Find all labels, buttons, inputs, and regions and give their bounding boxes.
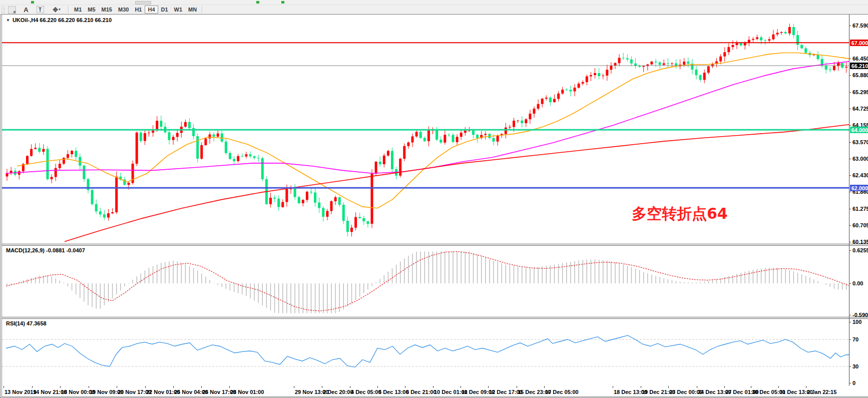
text-label-button[interactable]: A [20,6,32,14]
axis-tick [849,366,851,367]
timeframe-h4-button[interactable]: H4 [145,6,158,14]
date-tick [4,386,4,388]
date-tick [377,386,378,388]
date-tick [806,386,806,388]
axis-tick [849,225,851,226]
rsi-pane[interactable]: RSI(14) 47.3658 [2,319,849,386]
axis-tick [849,242,851,242]
window-top-strip [0,0,868,5]
date-label: 28 Nov 01:00 [230,389,264,395]
price-level-badge: 64.000 [850,127,868,133]
indicator-grid-button[interactable]: F [6,6,18,14]
axis-tick [849,250,851,251]
date-tick [60,386,61,388]
date-tick [668,386,669,388]
timeframe-h1-button[interactable]: H1 [132,6,145,14]
axis-tick [849,159,851,159]
axis-tick [849,322,851,322]
date-label: 4 Dec 05:00 [351,389,381,395]
toolbar-drag-handle[interactable] [1,6,5,13]
top-strip-indicator [281,1,284,4]
text-box-icon: T [37,6,44,13]
date-tick [145,386,146,388]
macd-label: MACD(12,26,9) -0.0881 -0.0407 [6,247,85,253]
axis-tick-label: 60.135 [852,239,868,245]
ma-mid-magenta-line [6,62,849,173]
axis-tick-label: 62.430 [852,172,868,178]
axis-tick-label: 65.295 [852,89,868,95]
price-axis-line [849,15,849,386]
timeframe-m30-button[interactable]: M30 [115,6,132,14]
date-tick [461,386,461,388]
axis-tick [849,315,851,315]
draw-arrows-button[interactable]: ✥ ▾ [48,6,65,14]
top-strip-indicator [256,1,259,4]
price-chart-pane[interactable]: ▼ UKOil-,H4 66.220 66.220 66.210 66.210 … [2,15,849,244]
date-tick [229,386,230,388]
text-a-icon: A [24,6,28,14]
price-level-badge: 62.000 [850,185,868,191]
price-level-badge: 67.000 [850,40,868,46]
date-tick [517,386,517,388]
timeframe-m1-button[interactable]: M1 [71,6,85,14]
date-tick [322,386,322,388]
date-label: 2 Jan 22:15 [807,389,836,395]
axis-tick-label: 70 [852,336,858,342]
symbol-dropdown-icon[interactable]: ▼ [6,18,10,23]
date-tick [350,386,350,388]
timeframe-m15-button[interactable]: M15 [99,6,115,14]
current-price-badge: 66.210 [850,63,868,69]
axis-tick-label: 63.000 [852,156,868,162]
date-tick [488,386,489,388]
chart-title-text: UKOil-,H4 66.220 66.220 66.210 66.210 [13,17,112,23]
rsi-line [6,335,849,367]
date-tick [641,386,641,388]
axis-tick-label: 100 [852,319,861,325]
chart-window: ▼ UKOil-,H4 66.220 66.220 66.210 66.210 … [0,14,868,398]
timeframe-mn-button[interactable]: MN [185,6,200,14]
top-strip-control [135,1,151,5]
date-tick [724,386,725,388]
axis-tick-label: 63.570 [852,139,868,145]
axis-tick [849,383,851,383]
rsi-label: RSI(14) 47.3658 [6,320,47,326]
date-axis[interactable]: 13 Nov 201914 Nov 21:0018 Nov 00:0019 No… [2,386,849,398]
timeframe-m5-button[interactable]: M5 [85,6,98,14]
axis-tick-label: 61.275 [852,206,868,212]
axis-tick-label: 0 [852,380,855,386]
date-tick [778,386,779,388]
chevron-down-icon: ▾ [59,8,61,12]
axis-tick [849,209,851,209]
date-tick [294,386,294,388]
date-label: 6 Dec 21:00 [406,389,437,395]
timeframe-d1-button[interactable]: D1 [158,6,171,14]
date-label: 5 Dec 13:00 [378,389,409,395]
axis-tick-label: 67.590 [852,23,868,29]
axis-tick [849,175,851,176]
date-tick [89,386,89,388]
axis-tick-label: 0.00 [852,280,863,286]
date-label: 17 Dec 05:00 [545,389,579,395]
axis-tick-label: 65.880 [852,72,868,78]
date-tick [613,386,613,388]
text-box-button[interactable]: T [34,6,46,14]
axis-tick [849,26,851,26]
date-tick [751,386,751,388]
chart-toolbar: F A T ✥ ▾ M1 M5 M15 M30 H1 H4 D1 W1 MN [0,5,868,15]
arrows-icon: ✥ [53,6,58,14]
toolbar-separator [202,6,203,14]
axis-tick [849,75,851,76]
axis-tick [849,92,851,93]
axis-tick-label: -0.5903 [852,312,868,318]
axis-tick-label: 0.6255 [852,247,868,253]
axis-tick [849,283,851,284]
indicator-grid-icon: F [8,6,16,14]
date-tick [32,386,33,388]
axis-tick [849,192,851,192]
date-label: 13 Nov 2019 [5,389,37,395]
top-strip-indicator [31,1,34,4]
macd-pane[interactable]: MACD(12,26,9) -0.0881 -0.0407 [2,246,849,317]
date-tick [433,386,433,388]
timeframe-w1-button[interactable]: W1 [171,6,186,14]
date-tick [173,386,174,388]
